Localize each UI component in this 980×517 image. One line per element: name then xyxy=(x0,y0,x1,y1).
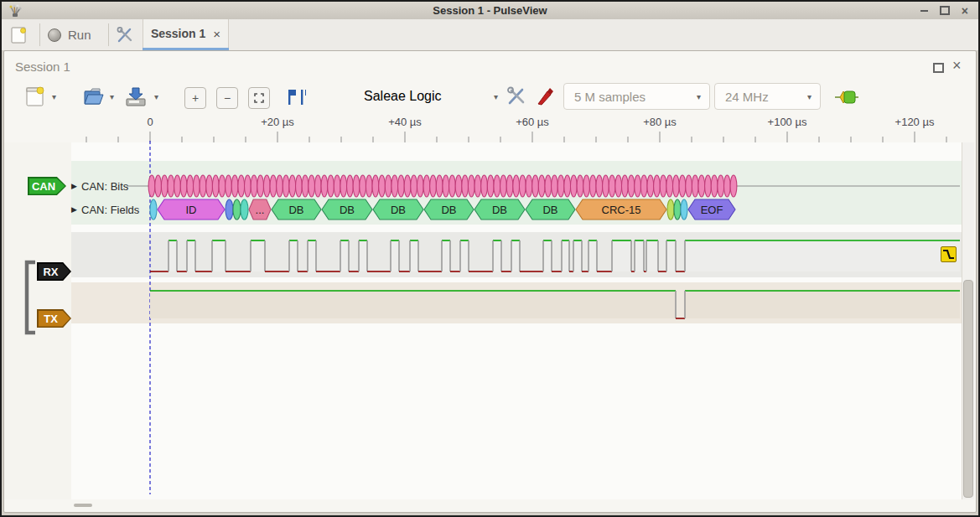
ruler-label: +100 µs xyxy=(768,116,807,128)
main-toolbar: Run Session 1 × xyxy=(2,19,978,51)
close-icon[interactable]: × xyxy=(962,7,968,15)
zoom-fit-button[interactable] xyxy=(248,87,270,109)
new-session-icon[interactable] xyxy=(11,26,28,44)
row-expander-icon[interactable]: ▶ xyxy=(71,205,77,214)
probe-icon[interactable] xyxy=(536,86,556,106)
run-label: Run xyxy=(68,28,91,42)
channel-band-rx xyxy=(71,232,962,277)
zoom-fit-icon xyxy=(254,93,264,103)
device-select[interactable]: Saleae Logic ▾ xyxy=(364,83,498,110)
tab-session-1[interactable]: Session 1 × xyxy=(143,19,229,48)
open-file-icon[interactable] xyxy=(83,86,105,106)
decoder-row-label: CAN: Bits xyxy=(81,180,128,193)
add-decoder-icon[interactable] xyxy=(835,90,858,105)
pulseview-window: { "window": { "title": "Session 1 - Puls… xyxy=(0,0,980,517)
zoom-in-icon: + xyxy=(192,91,199,105)
sample-count-value: 5 M samples xyxy=(574,90,646,104)
show-cursors-icon[interactable] xyxy=(286,88,306,106)
sample-rate-dropdown-icon: ▾ xyxy=(807,92,811,101)
device-select-value: Saleae Logic xyxy=(364,89,442,104)
run-icon xyxy=(48,28,61,42)
new-file-icon[interactable] xyxy=(25,85,45,107)
ruler-label: +80 µs xyxy=(643,116,677,128)
maximize-icon[interactable] xyxy=(940,6,950,15)
minimize-icon[interactable] xyxy=(920,10,928,12)
trigger-marker-falling-edge[interactable] xyxy=(941,246,957,262)
save-file-icon[interactable] xyxy=(124,85,148,107)
ruler-label: +20 µs xyxy=(261,116,294,128)
falling-edge-icon xyxy=(941,247,956,261)
run-button[interactable]: Run xyxy=(48,23,91,46)
settings-tools-icon[interactable] xyxy=(116,26,134,44)
save-dropdown-icon[interactable]: ▾ xyxy=(154,92,158,101)
channel-band-tx xyxy=(71,282,962,323)
ruler-label: 0 xyxy=(147,116,153,128)
sample-rate-select[interactable]: 24 MHz ▾ xyxy=(714,83,821,110)
window-title: Session 1 - PulseView xyxy=(2,4,978,17)
session-close-icon[interactable]: × xyxy=(952,57,962,75)
sample-count-dropdown-icon: ▾ xyxy=(697,92,701,101)
title-bar: Session 1 - PulseView × xyxy=(2,2,978,20)
toolbar-separator xyxy=(108,23,109,46)
toolbar-separator xyxy=(39,23,40,46)
device-config-icon[interactable] xyxy=(506,86,526,106)
zoom-out-button[interactable]: − xyxy=(216,87,238,109)
tab-label: Session 1 xyxy=(151,27,205,40)
row-expander-icon[interactable]: ▶ xyxy=(71,182,77,190)
ruler-label: +120 µs xyxy=(895,116,935,128)
restore-icon[interactable] xyxy=(933,63,944,73)
open-file-dropdown-icon[interactable]: ▾ xyxy=(110,92,114,101)
horizontal-scrollbar-handle[interactable] xyxy=(74,504,92,507)
decoder-band xyxy=(71,161,962,225)
decoder-row-label: CAN: Fields xyxy=(81,204,139,216)
vertical-scrollbar-handle[interactable] xyxy=(963,280,973,498)
sample-count-select[interactable]: 5 M samples ▾ xyxy=(563,83,710,110)
zoom-out-icon: − xyxy=(224,91,231,105)
new-file-dropdown-icon[interactable]: ▾ xyxy=(52,92,56,101)
zoom-in-button[interactable]: + xyxy=(184,87,206,109)
ruler-label: +60 µs xyxy=(516,116,549,128)
sample-rate-value: 24 MHz xyxy=(725,90,769,104)
session-window-title: Session 1 xyxy=(15,59,70,74)
ruler-label: +40 µs xyxy=(388,116,422,128)
tab-close-icon[interactable]: × xyxy=(213,27,220,41)
device-dropdown-icon: ▾ xyxy=(494,92,498,101)
